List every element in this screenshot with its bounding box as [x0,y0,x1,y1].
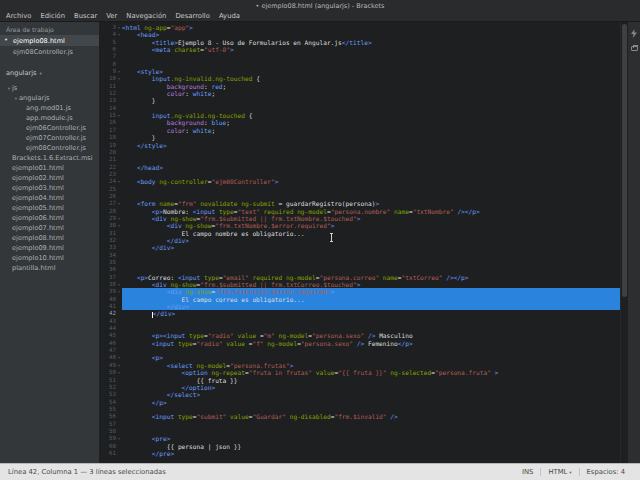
code-line[interactable]: 47 [100,347,620,354]
gutter[interactable]: 5 [100,39,122,46]
code-text[interactable]: input.ng-invalid.ng-touched { [122,75,620,82]
code-line[interactable]: 55 [100,406,620,413]
gutter[interactable]: 37 [100,274,122,281]
file-ejemplo01-html[interactable]: ejemplo01.html [0,163,99,173]
code-line[interactable]: 59▾ <pre> [100,435,620,442]
code-text[interactable]: {{ persona | json }} [122,443,620,450]
code-text[interactable] [122,259,620,266]
gutter[interactable]: 9▾ [100,68,122,75]
file-ejemplo09-html[interactable]: ejemplo09.html [0,243,99,253]
gutter[interactable]: 31 [100,230,122,237]
gutter[interactable]: 34 [100,252,122,259]
status-overwrite-toggle[interactable]: INS [515,468,540,476]
file-app-module-js[interactable]: app.module.js [0,113,99,123]
gutter[interactable]: 14 [100,105,122,112]
gutter[interactable]: 22 [100,164,122,171]
file-ejm08controller-js[interactable]: ejm08Controller.js [0,143,99,153]
code-line[interactable]: 24▾ <body ng-controller="ejm08Controller… [100,178,620,185]
code-line[interactable]: 21 [100,156,620,163]
code-text[interactable] [122,318,620,325]
file-ejm06controller-js[interactable]: ejm06Controller.js [0,123,99,133]
code-line[interactable]: 13 } [100,97,620,104]
code-line[interactable]: 7 [100,53,620,60]
file-ejemplo08-html[interactable]: ejemplo08.html [0,233,99,243]
gutter[interactable]: 55 [100,406,122,413]
code-text[interactable] [122,421,620,428]
gutter[interactable]: 54 [100,399,122,406]
gutter[interactable]: 8 [100,61,122,68]
code-text[interactable] [122,149,620,156]
code-line[interactable]: 44 [100,325,620,332]
menu-edici-n[interactable]: Edición [40,12,65,20]
code-text[interactable] [122,428,620,435]
gutter[interactable]: 10▾ [100,75,122,82]
code-line[interactable]: 37 <p>Correo: <input type="email" requir… [100,274,620,281]
code-text[interactable]: <input type="radio" value ="f" ng-model=… [122,340,620,347]
gutter[interactable]: 45 [100,332,122,339]
code-text[interactable] [122,61,620,68]
code-text[interactable]: <html ng-app="app"> [122,24,620,31]
code-line[interactable]: 51 {{ fruta }} [100,377,620,384]
code-line[interactable]: 34 [100,252,620,259]
code-line[interactable]: 28 <p>Nombre: <input type="text" require… [100,208,620,215]
code-area[interactable]: 3▾<html ng-app="app">4▾ <head>5 <title>E… [100,22,620,463]
code-text[interactable]: </pre> [122,450,620,457]
code-line[interactable]: 56 <input type="submit" value="Guardar" … [100,413,620,420]
code-line[interactable]: 19 </style> [100,142,620,149]
code-line[interactable]: 40 El campo correo es obligatorio... [100,296,620,303]
file-ejemplo05-html[interactable]: ejemplo05.html [0,203,99,213]
gutter[interactable]: 28 [100,208,122,215]
code-line[interactable]: 31 El campo nombre es obligatorio... [100,230,620,237]
gutter[interactable]: 40 [100,296,122,303]
menu-archivo[interactable]: Archivo [6,12,31,20]
code-line[interactable]: 16 background: blue; [100,119,620,126]
gutter[interactable]: 24▾ [100,178,122,185]
code-line[interactable]: 60 {{ persona | json }} [100,443,620,450]
gutter[interactable]: 53 [100,391,122,398]
gutter[interactable]: 11 [100,83,122,90]
code-text[interactable]: El campo nombre es obligatorio... [122,230,620,237]
code-text[interactable]: <div ng-show="frm.txtCorreo.$error.requi… [122,288,620,295]
code-text[interactable]: <p><input type="radio" value ="m" ng-mod… [122,332,620,339]
gutter[interactable]: 51 [100,377,122,384]
project-selector[interactable]: angularjs ▾ [0,66,99,80]
code-line[interactable]: 30▾ <div ng-show="frm.txtNombre.$error.r… [100,222,620,229]
code-text[interactable]: <meta charset="utf-8"> [122,46,620,53]
code-text[interactable]: </div> [122,237,620,244]
code-line[interactable]: 3▾<html ng-app="app"> [100,24,620,31]
code-line[interactable]: 17 color: white; [100,127,620,134]
window-titlebar[interactable]: • ejemplo08.html (angularjs) - Brackets [0,0,640,11]
gutter[interactable]: 33 [100,244,122,251]
gutter[interactable]: 32 [100,237,122,244]
code-line[interactable]: 4▾ <head> [100,31,620,38]
code-text[interactable] [122,347,620,354]
code-text[interactable]: </div> [122,310,620,317]
code-line[interactable]: 22 </head> [100,164,620,171]
code-text[interactable]: <head> [122,31,620,38]
gutter[interactable]: 23 [100,171,122,178]
code-text[interactable]: input.ng-valid.ng-touched { [122,112,620,119]
code-line[interactable]: 15▾ input.ng-valid.ng-touched { [100,112,620,119]
file-plantilla-html[interactable]: plantilla.html [0,263,99,273]
code-line[interactable]: 53 </select> [100,391,620,398]
code-line[interactable]: 14 [100,105,620,112]
code-text[interactable]: </head> [122,164,620,171]
gutter[interactable]: 19 [100,142,122,149]
code-line[interactable]: 58 [100,428,620,435]
gutter[interactable]: 29▾ [100,215,122,222]
code-text[interactable]: <p>Correo: <input type="email" required … [122,274,620,281]
gutter[interactable]: 48▾ [100,354,122,361]
gutter[interactable]: 60 [100,443,122,450]
code-text[interactable]: <div ng-show="frm.$submitted || frm.txtC… [122,281,620,288]
gutter[interactable]: 46 [100,340,122,347]
gutter[interactable]: 15▾ [100,112,122,119]
code-line[interactable]: 25 [100,186,620,193]
menu-ver[interactable]: Ver [106,12,117,20]
code-text[interactable]: </p> [122,399,620,406]
working-file-ejemplo08-html[interactable]: •ejemplo08.html [0,35,99,46]
code-line[interactable]: 33 </div> [100,244,620,251]
code-line[interactable]: 26 [100,193,620,200]
code-line[interactable]: 23 [100,171,620,178]
file-ejemplo07-html[interactable]: ejemplo07.html [0,223,99,233]
code-text[interactable] [122,325,620,332]
